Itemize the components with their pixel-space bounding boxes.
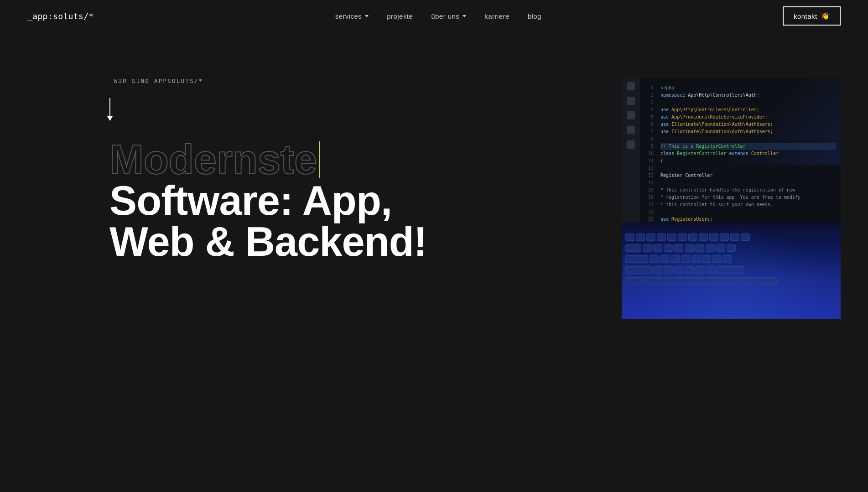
nav-item-blog[interactable]: blog [528, 12, 541, 20]
keyboard-key [636, 233, 645, 241]
keyboard-row-1 [622, 232, 841, 243]
keyboard-key [695, 244, 704, 252]
keyboard-key [681, 255, 690, 263]
sidebar-icon [627, 111, 635, 119]
nav-item-karriere[interactable]: karriere [484, 12, 509, 20]
keyboard-row-3 [622, 254, 841, 264]
sidebar-icon [627, 126, 635, 134]
hero-heading-solid-line1: Software: App, [109, 180, 456, 221]
arrow-head-icon [107, 116, 113, 121]
keyboard-key [664, 244, 673, 252]
keyboard-key [702, 255, 711, 263]
hero-arrow [109, 98, 456, 121]
keyboard-key [706, 244, 715, 252]
keyboard-key [625, 277, 644, 285]
chevron-down-icon [365, 15, 369, 17]
keyboard-key [654, 266, 663, 274]
nav-item-ueber-uns[interactable]: über uns [431, 12, 466, 20]
hero-subtitle: _WIR SIND APPSOLUTS/* [109, 78, 456, 84]
hero-heading-solid-line2: Web & Backend! [109, 221, 456, 262]
nav-item-projekte[interactable]: projekte [387, 12, 413, 20]
editor-sidebar [622, 78, 640, 223]
nav-link-karriere[interactable]: karriere [484, 12, 509, 20]
keyboard-key [675, 266, 684, 274]
code-editor: 1 2 3 4 5 6 7 8 9 10 11 12 13 14 15 16 1 [622, 78, 841, 223]
sidebar-icon [627, 82, 635, 90]
keyboard-key [723, 255, 732, 263]
keyboard-key [653, 244, 662, 252]
keyboard-key [696, 266, 705, 274]
keyboard-key [650, 255, 659, 263]
keyboard-key [741, 233, 750, 241]
keyboard-key [625, 266, 653, 274]
nav-link-services[interactable]: services [335, 12, 369, 20]
keyboard-key [625, 233, 634, 241]
keyboard-key [643, 244, 652, 252]
cursor-blink [319, 141, 320, 178]
navbar: _app:soluts/* services projekte über uns… [0, 0, 868, 32]
hero-heading: Modernste Software: App, Web & Backend! [109, 139, 456, 262]
keyboard-row-2 [622, 243, 841, 254]
wave-icon: 👋 [821, 12, 830, 20]
keyboard-key [670, 255, 680, 263]
keyboard-key [699, 233, 708, 241]
keyboard-key [645, 277, 663, 285]
keyboard-key [739, 277, 757, 285]
nav-link-ueber-uns[interactable]: über uns [431, 12, 466, 20]
keyboard-key [707, 266, 716, 274]
keyboard-key [665, 266, 674, 274]
keyboard-key [625, 255, 648, 263]
keyboard-key [691, 255, 701, 263]
hero-image: 1 2 3 4 5 6 7 8 9 10 11 12 13 14 15 16 1 [622, 78, 841, 319]
keyboard-key [712, 255, 722, 263]
arrow-line [109, 98, 110, 116]
keyboard-key [759, 277, 777, 285]
keyboard-key [688, 233, 697, 241]
keyboard-key [685, 244, 694, 252]
keyboard-key [678, 233, 687, 241]
keyboard-key [665, 277, 738, 285]
nav-links: services projekte über uns karriere blog [335, 12, 541, 20]
keyboard-key [709, 233, 718, 241]
hero-content: _WIR SIND APPSOLUTS/* Modernste Software… [109, 68, 456, 465]
sidebar-icon [627, 140, 635, 149]
keyboard-key [657, 233, 666, 241]
keyboard-key [646, 233, 655, 241]
chevron-down-icon [463, 15, 466, 17]
nav-link-blog[interactable]: blog [528, 12, 541, 20]
keyboard-section [622, 223, 841, 319]
keyboard-key [720, 233, 729, 241]
nav-item-services[interactable]: services [335, 12, 369, 20]
keyboard-key [674, 244, 683, 252]
sidebar-icon [627, 97, 635, 105]
keyboard-row-4 [622, 264, 841, 275]
keyboard-key [667, 233, 676, 241]
code-content: <?php namespace App\Http\Controllers\Aut… [656, 78, 841, 223]
hero-section: _WIR SIND APPSOLUTS/* Modernste Software… [0, 32, 868, 492]
keyboard-key [727, 244, 736, 252]
keyboard-key [686, 266, 695, 274]
keyboard-key [730, 233, 739, 241]
keyboard-row-5 [622, 275, 841, 286]
kontakt-button[interactable]: kontakt 👋 [783, 6, 841, 26]
code-image-container: 1 2 3 4 5 6 7 8 9 10 11 12 13 14 15 16 1 [622, 78, 841, 319]
keyboard-key [625, 244, 641, 252]
logo[interactable]: _app:soluts/* [27, 11, 94, 21]
keyboard-key [716, 244, 725, 252]
keyboard-key [717, 266, 744, 274]
nav-link-projekte[interactable]: projekte [387, 12, 413, 20]
hero-heading-outline: Modernste [109, 139, 456, 180]
line-numbers: 1 2 3 4 5 6 7 8 9 10 11 12 13 14 15 16 1 [640, 78, 656, 223]
keyboard-key [660, 255, 669, 263]
